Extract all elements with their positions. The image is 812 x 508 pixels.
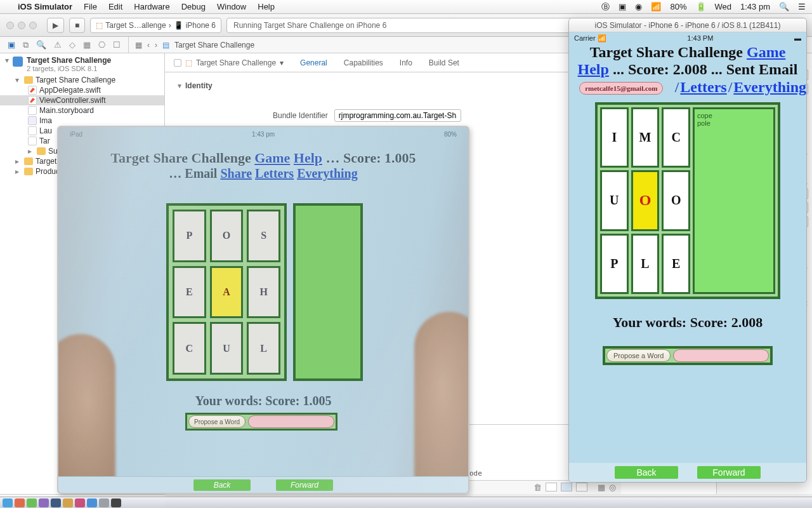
project-name[interactable]: Target Share Challenge (27, 56, 111, 65)
sim-cell-3[interactable]: U (600, 170, 629, 231)
scheme-selector[interactable]: ⬚ Target S…allenge › 📱 iPhone 6 (90, 18, 221, 33)
wifi-icon[interactable]: 📶 (651, 2, 661, 11)
tab-info[interactable]: Info (400, 58, 412, 67)
debug-navigator-icon[interactable]: ▦ (83, 40, 91, 50)
dock-app[interactable] (15, 498, 25, 507)
dock-app[interactable] (87, 498, 97, 507)
ipad-game-link[interactable]: Game (254, 150, 290, 166)
sim-cell-5[interactable]: O (662, 170, 690, 231)
dock-app[interactable] (99, 498, 109, 507)
group-root[interactable]: Target Share Challenge (0, 75, 164, 85)
ipad-word-input[interactable] (248, 415, 334, 428)
sim-cell-1[interactable]: M (631, 107, 660, 168)
dock-app[interactable] (111, 498, 121, 507)
lib-grid-icon[interactable]: ▦ (598, 483, 605, 492)
ipad-cell-1[interactable]: O (210, 210, 244, 262)
test-navigator-icon[interactable]: ◇ (69, 40, 75, 50)
project-navigator-icon[interactable]: ▣ (8, 40, 15, 50)
ipad-cell-8[interactable]: L (247, 322, 280, 375)
issue-navigator-icon[interactable]: ⚠ (54, 40, 62, 50)
sim-help-link[interactable]: Help (578, 61, 609, 77)
menubar-app[interactable]: iOS Simulator (18, 2, 72, 11)
dock-app[interactable] (63, 498, 73, 507)
sim-cell-7[interactable]: L (631, 234, 660, 294)
jumpbar-path[interactable]: Target Share Challenge (174, 41, 254, 50)
ipad-back-button[interactable]: Back (193, 479, 251, 491)
ipad-cell-6[interactable]: C (173, 322, 206, 375)
sim-email-pill[interactable]: rmetcalfe15@gmail.com (579, 82, 663, 95)
identity-section[interactable]: Identity (185, 81, 213, 90)
ipad-propose-button[interactable]: Propose a Word (188, 415, 246, 428)
navigator-tabs[interactable]: ▣ ⧉ 🔍 ⚠ ◇ ▦ ⎔ ☐ (0, 40, 128, 50)
console-pane-left[interactable] (546, 483, 557, 491)
ipad-cell-3[interactable]: E (173, 266, 206, 319)
mac-dock[interactable] (0, 497, 812, 508)
trash-icon[interactable]: 🗑 (534, 483, 542, 492)
stop-button[interactable]: ■ (69, 18, 85, 33)
menu-file[interactable]: File (84, 2, 97, 11)
file-cut-0[interactable]: Ima (0, 116, 164, 126)
jump-fwd-icon[interactable]: › (155, 41, 157, 50)
ipad-everything-link[interactable]: Everything (297, 166, 358, 180)
simulator-window[interactable]: iOS Simulator - iPhone 6 - iPhone 6 / iO… (568, 18, 807, 483)
menu-extra-icon-2[interactable]: ▣ (619, 2, 626, 11)
jump-grid-icon[interactable]: ▦ (135, 41, 142, 50)
sim-word-input[interactable] (673, 349, 769, 362)
dock-app[interactable] (75, 498, 85, 507)
file-storyboard[interactable]: Main.storyboard (0, 105, 164, 116)
ipad-cell-0[interactable]: P (173, 210, 206, 262)
ipad-cell-center[interactable]: A (210, 266, 244, 319)
clock-time[interactable]: 1:43 pm (740, 2, 770, 11)
menu-help[interactable]: Help (258, 2, 275, 11)
find-navigator-icon[interactable]: 🔍 (36, 40, 46, 50)
notification-icon[interactable]: ☰ (798, 2, 806, 11)
sim-back-button[interactable]: Back (615, 466, 678, 479)
console-pane-mid[interactable] (561, 483, 572, 491)
menu-extra-icon-3[interactable]: ◉ (635, 2, 642, 11)
symbol-navigator-icon[interactable]: ⧉ (23, 40, 29, 50)
target-checkbox[interactable] (174, 59, 181, 67)
ipad-share-link[interactable]: Share (220, 166, 252, 180)
target-breadcrumb[interactable]: Target Share Challenge (196, 58, 276, 67)
ipad-cell-2[interactable]: S (247, 210, 280, 262)
dock-app[interactable] (3, 498, 13, 507)
sim-letters-link[interactable]: Letters (680, 79, 726, 96)
ipad-letter-grid[interactable]: P O S E A H C U L (166, 203, 287, 381)
sim-propose-button[interactable]: Propose a Word (606, 349, 671, 362)
ipad-letters-link[interactable]: Letters (255, 166, 294, 180)
breakpoint-navigator-icon[interactable]: ⎔ (98, 40, 105, 50)
file-appdelegate[interactable]: AppDelegate.swift (0, 85, 164, 95)
ipad-cell-5[interactable]: H (247, 266, 280, 319)
ipad-forward-button[interactable]: Forward (276, 479, 333, 491)
sim-cell-6[interactable]: P (600, 234, 629, 294)
sim-game-link[interactable]: Game (747, 44, 785, 60)
bundle-id-input[interactable] (334, 109, 461, 122)
sim-letter-grid[interactable]: I M C U O O P L E (600, 107, 690, 294)
run-button[interactable]: ▶ (47, 18, 64, 33)
sim-cell-8[interactable]: E (662, 234, 690, 294)
console-pane-right[interactable] (576, 483, 587, 491)
menu-debug[interactable]: Debug (181, 2, 206, 11)
sim-cell-0[interactable]: I (600, 107, 629, 168)
report-navigator-icon[interactable]: ☐ (113, 40, 121, 50)
tab-general[interactable]: General (300, 58, 327, 67)
dock-app[interactable] (51, 498, 61, 507)
file-viewcontroller[interactable]: ViewController.swift (0, 95, 164, 105)
dock-app[interactable] (27, 498, 37, 507)
sim-everything-link[interactable]: Everything (733, 79, 806, 96)
ipad-cell-7[interactable]: U (210, 322, 244, 375)
ipad-help-link[interactable]: Help (294, 150, 322, 166)
sim-cell-center[interactable]: O (631, 170, 660, 231)
menu-edit[interactable]: Edit (108, 2, 122, 11)
lib-scope-icon[interactable]: ◎ (609, 483, 616, 492)
spotlight-icon[interactable]: 🔍 (779, 2, 789, 11)
jump-back-icon[interactable]: ‹ (147, 41, 150, 50)
menu-window[interactable]: Window (217, 2, 246, 11)
dock-app[interactable] (39, 498, 49, 507)
menu-extra-icon-1[interactable]: Ⓑ (601, 1, 610, 13)
clock-day[interactable]: Wed (715, 2, 732, 11)
menu-hardware[interactable]: Hardware (134, 2, 169, 11)
tab-capabilities[interactable]: Capabilities (344, 58, 383, 67)
simulator-titlebar[interactable]: iOS Simulator - iPhone 6 - iPhone 6 / iO… (569, 18, 806, 32)
sim-cell-2[interactable]: C (662, 107, 690, 168)
